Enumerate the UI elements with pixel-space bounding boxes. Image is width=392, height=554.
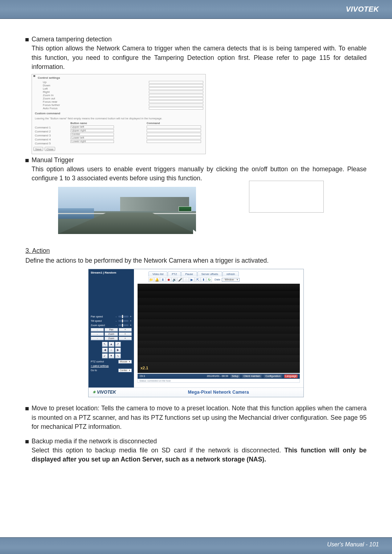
cam-footer: ✶VIVOTEK Mega-Pixel Network Camera (89, 387, 303, 397)
ptz-select[interactable]: Mouse▾ (118, 360, 132, 364)
cc-label: Command 5 (34, 141, 70, 145)
bn-input[interactable]: Upper left (70, 126, 114, 128)
refresh-icon[interactable]: ↻ (207, 277, 212, 282)
cs-input[interactable] (149, 84, 203, 87)
record-icon[interactable]: ⏺ (166, 277, 171, 282)
zoom-plus[interactable]: + (119, 332, 132, 336)
bullet-icon (25, 38, 29, 41)
mic-icon[interactable]: 🎤 (177, 277, 183, 282)
folder-icon[interactable]: 📁 (148, 277, 154, 282)
cs-input[interactable] (149, 87, 203, 90)
sec2-title: Manual Trigger (32, 156, 367, 165)
bullet-move-preset: Move to preset location: Tells the camer… (25, 404, 367, 431)
pan-slider[interactable] (118, 316, 128, 317)
bullet-icon (25, 159, 29, 162)
tab-ptz[interactable]: PTZ (168, 271, 181, 276)
cast-icon[interactable]: ⇱ (195, 277, 200, 282)
dpad-ll[interactable]: ↙ (102, 353, 108, 358)
cs-input[interactable] (149, 94, 203, 97)
cs-title: Control settings (38, 76, 203, 80)
camera-ui-figure: Stream1 | Random Pan speed-+ Tilt speed-… (88, 269, 304, 397)
tab-video[interactable]: Video list (148, 271, 167, 276)
cam-main: Video list PTZ Pause Server offsets refr… (134, 269, 303, 387)
dpad: ↖ ▲ ↗ ◀ ⌂ ▶ ↙ ▼ ↘ (102, 342, 121, 358)
pan-minus[interactable]: - (91, 328, 104, 332)
cs-custom-note: Leaving the "Button name" field empty me… (34, 117, 203, 121)
zoom2-plus[interactable]: + (119, 337, 132, 340)
pan-plus[interactable]: + (119, 328, 132, 332)
tab-server[interactable]: Server offsets (197, 271, 222, 276)
tab-refresh[interactable]: refresh (222, 271, 239, 276)
cs-input[interactable] (149, 97, 203, 100)
ts-label: 2012/01/01 - 00:39 (207, 374, 228, 378)
footer-bar: User's Manual - 101 (0, 537, 392, 554)
zoom-readout: x2.1 (140, 365, 148, 371)
sec4-line1: Select this option to backup media file … (32, 447, 284, 454)
up-icon[interactable]: ⬆ (201, 277, 206, 282)
bn-input[interactable]: Lower left (70, 136, 114, 139)
bn-input[interactable]: Lower right (70, 140, 114, 143)
pan-btn[interactable]: Pan (105, 328, 118, 332)
zoom-label: Zoom speed (91, 324, 114, 327)
vivotek-logo: ✶VIVOTEK (92, 389, 116, 395)
cmd-input[interactable] (147, 140, 201, 143)
zoom2-minus[interactable]: - (91, 337, 104, 340)
status-tag[interactable]: Configuration (264, 374, 282, 378)
close-button[interactable]: Close (45, 147, 55, 151)
status-tag[interactable]: Client maintain (242, 374, 262, 378)
cmd-input[interactable] (147, 126, 201, 128)
sec1-body: This option allows the Network Camera to… (32, 44, 367, 71)
dt-select[interactable]: - Window -▾ (222, 278, 240, 282)
zoom-minus[interactable]: - (91, 332, 104, 336)
tilt-label: Tilt speed (91, 319, 114, 323)
dpad-right[interactable]: ▶ (115, 348, 121, 353)
bn-input[interactable]: Upper right (70, 129, 114, 132)
cam-video[interactable]: x2.1 (138, 284, 300, 373)
blank-callout-box (249, 181, 324, 213)
cs-input[interactable] (149, 100, 203, 103)
dpad-lr[interactable]: ↘ (115, 353, 121, 358)
play-icon[interactable]: ▶ (189, 277, 195, 282)
bell-icon[interactable]: 🔔 (154, 277, 160, 282)
cam-sidebar: Stream1 | Random Pan speed-+ Tilt speed-… (89, 269, 134, 387)
dpad-down[interactable]: ▼ (109, 353, 114, 358)
cmd-input[interactable] (147, 136, 201, 139)
dpad-up[interactable]: ▲ (109, 342, 114, 347)
volume-icon[interactable]: 🔊 (172, 277, 177, 282)
bn-input[interactable]: Center (70, 133, 114, 136)
cs-row-label: Auto Focus (34, 106, 74, 111)
brand-label: VIVOTEK (346, 5, 379, 13)
cmd-input[interactable] (147, 129, 201, 132)
cursor-icon (193, 230, 196, 234)
ptz-lbl: PTZ control (91, 360, 104, 364)
dpad-ur[interactable]: ↗ (115, 342, 121, 347)
dpad-home[interactable]: ⌂ (109, 348, 114, 353)
cs-input[interactable] (149, 81, 203, 83)
patrol-link[interactable]: > patrol settings (91, 364, 109, 368)
cam-tabs: Video list PTZ Pause Server offsets refr… (134, 269, 303, 276)
bullet-icon (25, 407, 29, 410)
dpad-left[interactable]: ◀ (102, 348, 108, 353)
goto-select[interactable]: Center▾ (118, 369, 132, 372)
cs-input[interactable] (149, 91, 203, 93)
zoom2-btn[interactable]: Zoom (105, 337, 118, 340)
cc-label: Command 3 (34, 134, 70, 137)
product-title: Mega-Pixel Network Camera (188, 389, 249, 395)
language-tag[interactable]: Language (284, 374, 298, 378)
cs-input[interactable] (149, 104, 203, 106)
pause-icon[interactable]: ⏸ (160, 277, 166, 282)
control-settings-figure: Control settings Up Down Left Right Zoom… (32, 74, 206, 154)
save-button[interactable]: Save (33, 147, 43, 151)
zoom-btn[interactable]: Zoom (105, 332, 118, 336)
cc-label: Command 2 (34, 130, 70, 133)
tilt-slider[interactable] (118, 320, 128, 322)
status-tag[interactable]: Setup (230, 374, 240, 378)
cmd-input[interactable] (147, 133, 201, 136)
cs-custom-title: Custom command (35, 111, 203, 116)
dpad-ul[interactable]: ↖ (102, 342, 108, 347)
cs-input[interactable] (149, 107, 203, 110)
zoom-slider[interactable] (118, 324, 128, 326)
snap-icon[interactable]: ⎙ (183, 277, 189, 282)
tab-pause[interactable]: Pause (181, 271, 197, 276)
pan-label: Pan speed (91, 315, 114, 319)
